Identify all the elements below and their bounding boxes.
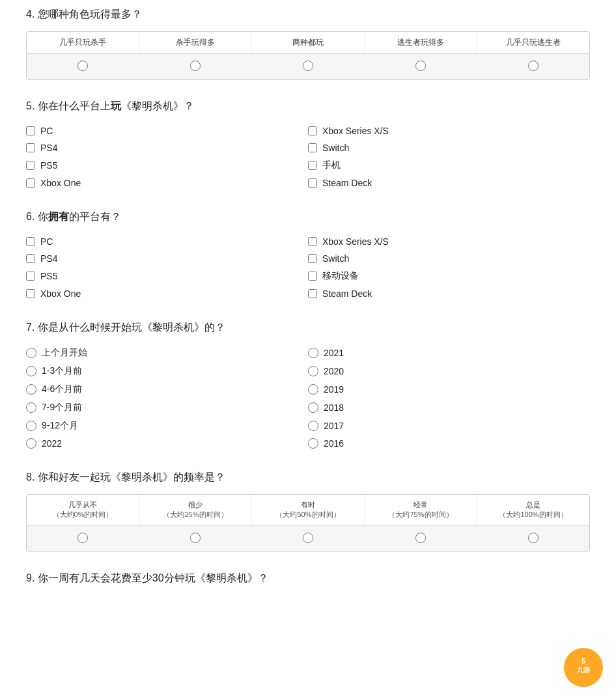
- q8-radio-cell-0[interactable]: [27, 533, 139, 545]
- q6-option-left-2[interactable]: PS5: [26, 270, 308, 282]
- question-6: 6. 你拥有的平台有？ PCXbox Series X/SPS4SwitchPS…: [26, 209, 590, 301]
- q6-checkbox-right-0[interactable]: [308, 237, 317, 246]
- q7-option-right-4[interactable]: 2017: [308, 420, 590, 432]
- q4-label-3: 逃生者玩得多: [365, 32, 477, 53]
- q6-checkbox-left-1[interactable]: [26, 254, 35, 263]
- q4-radio-cell-4[interactable]: [477, 61, 589, 73]
- q7-option-left-5[interactable]: 2022: [26, 438, 308, 449]
- q6-title-suffix: 的平台有？: [69, 211, 121, 222]
- q8-title: 8. 你和好友一起玩《黎明杀机》的频率是？: [26, 469, 590, 485]
- q4-radios: [27, 54, 589, 79]
- q5-checkbox-right-0[interactable]: [308, 126, 317, 135]
- q7-option-left-4[interactable]: 9-12个月: [26, 420, 308, 432]
- q5-option-left-2[interactable]: PS5: [26, 160, 308, 171]
- q8-scale: 几乎从不（大约0%的时间）很少（大约25%的时间）有时（大约50%的时间）经常（…: [26, 494, 590, 552]
- q8-label-0: 几乎从不（大约0%的时间）: [27, 495, 139, 525]
- q8-radio-cell-2[interactable]: [252, 533, 365, 545]
- q6-options: PCXbox Series X/SPS4SwitchPS5移动设备Xbox On…: [26, 234, 590, 301]
- q6-checkbox-left-3[interactable]: [26, 289, 35, 298]
- q7-option-left-1[interactable]: 1-3个月前: [26, 365, 308, 377]
- q6-checkbox-right-1[interactable]: [308, 254, 317, 263]
- q7-radio-left-5[interactable]: [26, 438, 36, 449]
- q7-radio-left-4[interactable]: [26, 421, 36, 431]
- q5-option-left-1[interactable]: PS4: [26, 143, 308, 153]
- q5-title: 5. 你在什么平台上玩《黎明杀机》？: [26, 98, 590, 114]
- q7-title: 7. 你是从什么时候开始玩《黎明杀机》的？: [26, 320, 590, 335]
- q6-option-left-3[interactable]: Xbox One: [26, 288, 308, 299]
- q7-option-right-0[interactable]: 2021: [308, 347, 590, 359]
- q5-option-right-0[interactable]: Xbox Series X/S: [308, 126, 590, 136]
- q8-radios: [27, 526, 589, 552]
- q7-radio-left-0[interactable]: [26, 348, 36, 358]
- q8-radio-cell-4[interactable]: [477, 533, 589, 545]
- q8-radio-3[interactable]: [415, 533, 426, 543]
- q7-radio-right-4[interactable]: [308, 421, 318, 431]
- q5-checkbox-left-0[interactable]: [26, 126, 35, 135]
- q6-option-right-1[interactable]: Switch: [308, 253, 590, 264]
- q4-label-2: 两种都玩: [252, 32, 365, 53]
- q8-radio-cell-3[interactable]: [364, 533, 477, 545]
- q5-option-left-0[interactable]: PC: [26, 126, 308, 136]
- q4-label-0: 几乎只玩杀手: [27, 32, 139, 53]
- q8-radio-1[interactable]: [190, 533, 201, 543]
- q4-radio-0[interactable]: [77, 61, 88, 71]
- q6-option-left-0[interactable]: PC: [26, 236, 308, 247]
- q7-radio-right-0[interactable]: [308, 348, 318, 358]
- q8-label-1: 很少（大约25%的时间）: [139, 495, 252, 525]
- q6-option-right-2[interactable]: 移动设备: [308, 270, 590, 282]
- q5-title-prefix: 5. 你在什么平台上: [26, 100, 111, 111]
- q6-option-right-0[interactable]: Xbox Series X/S: [308, 236, 590, 247]
- q7-radio-right-2[interactable]: [308, 384, 318, 395]
- q7-radio-left-2[interactable]: [26, 384, 36, 395]
- q7-option-right-5[interactable]: 2016: [308, 438, 590, 449]
- q5-option-left-3[interactable]: Xbox One: [26, 178, 308, 188]
- q6-checkbox-right-2[interactable]: [308, 272, 317, 281]
- q7-option-right-1[interactable]: 2020: [308, 365, 590, 377]
- q8-radio-4[interactable]: [528, 533, 539, 543]
- q6-checkbox-left-2[interactable]: [26, 272, 35, 281]
- q7-radio-left-3[interactable]: [26, 402, 36, 413]
- q5-checkbox-right-3[interactable]: [308, 178, 317, 188]
- q7-radio-right-1[interactable]: [308, 366, 318, 376]
- q4-radio-cell-2[interactable]: [252, 61, 365, 73]
- q5-checkbox-right-2[interactable]: [308, 161, 317, 170]
- q5-checkbox-left-3[interactable]: [26, 178, 35, 188]
- q5-title-suffix: 《黎明杀机》？: [121, 100, 194, 111]
- q8-label-2: 有时（大约50%的时间）: [252, 495, 365, 525]
- q7-option-right-3[interactable]: 2018: [308, 402, 590, 413]
- q8-radio-0[interactable]: [77, 533, 88, 543]
- q4-scale: 几乎只玩杀手杀手玩得多两种都玩逃生者玩得多几乎只玩逃生者: [26, 31, 590, 80]
- q4-radio-cell-1[interactable]: [139, 61, 252, 73]
- q6-option-left-1[interactable]: PS4: [26, 253, 308, 264]
- q4-radio-2[interactable]: [303, 61, 313, 71]
- q5-checkbox-left-1[interactable]: [26, 143, 35, 152]
- q8-labels: 几乎从不（大约0%的时间）很少（大约25%的时间）有时（大约50%的时间）经常（…: [27, 495, 589, 526]
- q4-radio-1[interactable]: [190, 61, 201, 71]
- q6-title-prefix: 6. 你: [26, 211, 48, 222]
- q5-title-bold: 玩: [111, 100, 121, 111]
- q4-label-4: 几乎只玩逃生者: [477, 32, 589, 53]
- q8-radio-2[interactable]: [303, 533, 313, 543]
- q4-radio-3[interactable]: [415, 61, 426, 71]
- q6-checkbox-right-3[interactable]: [308, 289, 317, 298]
- q6-checkbox-left-0[interactable]: [26, 237, 35, 246]
- q6-option-right-3[interactable]: Steam Deck: [308, 288, 590, 299]
- q7-option-right-2[interactable]: 2019: [308, 384, 590, 395]
- q7-radio-right-5[interactable]: [308, 438, 318, 449]
- q5-option-right-1[interactable]: Switch: [308, 143, 590, 153]
- q7-option-left-3[interactable]: 7-9个月前: [26, 402, 308, 413]
- q7-option-left-2[interactable]: 4-6个月前: [26, 384, 308, 395]
- q7-option-left-0[interactable]: 上个月开始: [26, 347, 308, 359]
- q4-radio-cell-0[interactable]: [27, 61, 139, 73]
- q6-title-bold: 拥有: [48, 211, 69, 222]
- q6-title: 6. 你拥有的平台有？: [26, 209, 590, 225]
- q7-radio-left-1[interactable]: [26, 366, 36, 376]
- q8-radio-cell-1[interactable]: [139, 533, 252, 545]
- q5-option-right-2[interactable]: 手机: [308, 160, 590, 171]
- q7-radio-right-3[interactable]: [308, 402, 318, 413]
- q5-option-right-3[interactable]: Steam Deck: [308, 178, 590, 188]
- q5-checkbox-left-2[interactable]: [26, 161, 35, 170]
- q4-radio-cell-3[interactable]: [364, 61, 477, 73]
- q4-radio-4[interactable]: [528, 61, 539, 71]
- q5-checkbox-right-1[interactable]: [308, 143, 317, 152]
